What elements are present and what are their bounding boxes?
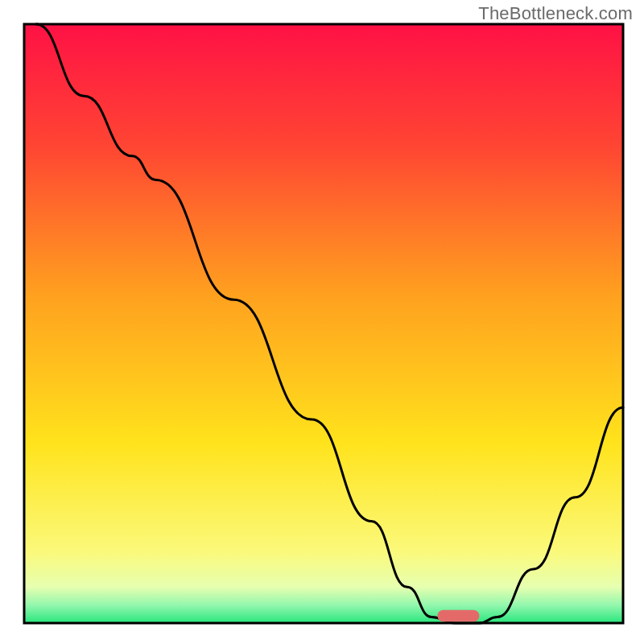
- watermark-text: TheBottleneck.com: [478, 3, 633, 24]
- optimal-marker: [437, 610, 479, 622]
- chart-frame: TheBottleneck.com: [0, 0, 644, 644]
- gradient-background: [24, 24, 623, 623]
- bottleneck-chart: [0, 0, 644, 644]
